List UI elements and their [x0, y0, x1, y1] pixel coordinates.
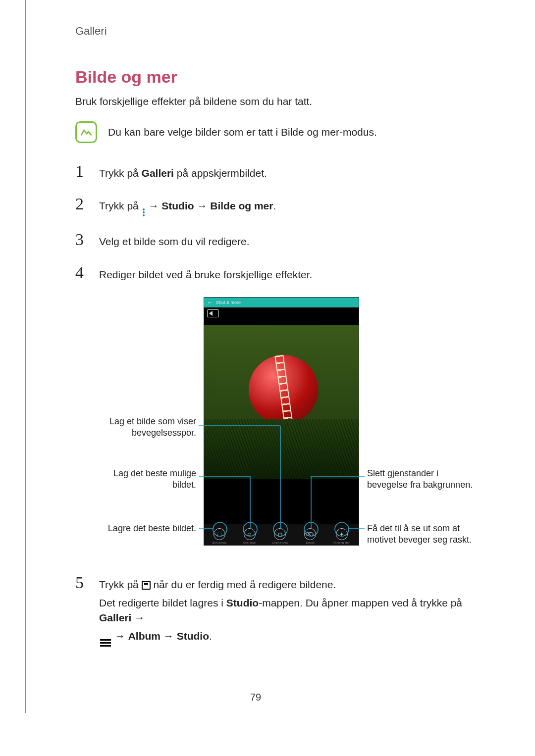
phone-spacer — [204, 479, 359, 524]
more-icon — [142, 208, 146, 216]
page-number: 79 — [26, 692, 485, 703]
arrow: → — [131, 612, 145, 623]
phone-title: Shot & more — [216, 300, 241, 305]
phone-screenshot: ← Shot & more ⬚Best photo ☺Best face ◻Dr… — [204, 297, 359, 546]
step-bold: Studio — [177, 630, 209, 642]
tool-label: Drama shot — [272, 541, 288, 544]
save-icon — [142, 581, 151, 590]
drama-shot-icon: ◻ — [274, 528, 286, 540]
tool-drama-shot: ◻Drama shot — [272, 528, 288, 544]
tool-label: Eraser — [306, 541, 315, 544]
intro-text: Bruk forskjellige effekter på bildene so… — [75, 96, 485, 107]
step-4: 4 Rediger bildet ved å bruke forskjellig… — [75, 264, 485, 282]
step-number: 4 — [75, 264, 89, 281]
step-5: 5 Trykk på når du er ferdig med å redige… — [75, 574, 485, 646]
step-text: Trykk på — [99, 579, 142, 590]
note-icon — [75, 121, 97, 143]
page-header: Galleri — [75, 25, 485, 38]
step-text: Det redigerte bildet lagres i — [99, 597, 226, 608]
tool-best-face: ☺Best face — [243, 528, 256, 544]
tool-panning-shot: ✦Panning shot — [333, 528, 350, 544]
arrow: → — [146, 200, 162, 211]
step-bold: Bilde og mer — [210, 200, 273, 211]
nav-chip-icon — [207, 309, 219, 317]
panning-shot-icon: ✦ — [336, 528, 348, 540]
arrow: → — [112, 630, 128, 642]
callout-right-1: Slett gjenstander i bevegelse fra bakgru… — [367, 468, 476, 490]
phone-subheader — [204, 307, 359, 325]
callout-left-2: Lag det beste mulige bildet. — [90, 468, 196, 490]
best-face-icon: ☺ — [244, 528, 256, 540]
step-text: -mappen. Du åpner mappen ved å trykke på — [259, 597, 462, 608]
tool-eraser: ⌦Eraser — [304, 528, 316, 544]
step-1: 1 Trykk på Galleri på appskjermbildet. — [75, 163, 485, 181]
step-bold: Galleri — [99, 612, 131, 623]
arrow: → — [194, 200, 211, 211]
callout-left-1: Lag et bilde som viser bevegelsesspor. — [90, 416, 196, 438]
cricket-ball — [249, 355, 318, 424]
step-2: 2 Trykk på → Studio → Bilde og mer. — [75, 196, 485, 216]
phone-titlebar: ← Shot & more — [204, 298, 359, 307]
back-icon: ← — [207, 299, 213, 306]
arrow: → — [160, 630, 177, 642]
step-3: 3 Velg et bilde som du vil redigere. — [75, 231, 485, 249]
tool-label: Panning shot — [333, 541, 350, 544]
callout-left-3: Lagre det beste bildet. — [90, 523, 196, 534]
step-number: 1 — [75, 163, 89, 180]
phone-image — [204, 325, 359, 479]
step-text: Trykk på — [99, 200, 142, 211]
eraser-icon: ⌦ — [304, 528, 316, 540]
step-text: . — [273, 200, 276, 211]
phone-toolbar: ⬚Best photo ☺Best face ◻Drama shot ⌦Eras… — [204, 524, 359, 545]
step-bold: Studio — [226, 597, 259, 608]
callout-right-2: Få det til å se ut som at motivet bevege… — [367, 523, 476, 545]
tool-best-photo: ⬚Best photo — [213, 528, 227, 544]
step-number: 5 — [75, 574, 89, 591]
step-number: 2 — [75, 196, 89, 212]
tool-label: Best face — [243, 541, 256, 544]
step-text: . — [209, 630, 212, 642]
step-bold: Studio — [161, 200, 194, 211]
tool-label: Best photo — [213, 541, 227, 544]
step-text: når du er ferdig med å redigere bildene. — [151, 579, 336, 590]
note-text: Du kan bare velge bilder som er tatt i B… — [108, 126, 377, 138]
step-text: Rediger bildet ved å bruke forskjellige … — [99, 267, 485, 282]
step-bold: Galleri — [142, 167, 174, 179]
grass — [204, 419, 359, 479]
step-text: på appskjermbildet. — [174, 167, 267, 179]
menu-icon — [99, 639, 112, 647]
section-title: Bilde og mer — [75, 67, 485, 87]
step-bold: Album — [128, 630, 160, 642]
step-text: Trykk på — [99, 167, 142, 179]
note-box: Du kan bare velge bilder som er tatt i B… — [75, 121, 485, 143]
diagram: ← Shot & more ⬚Best photo ☺Best face ◻Dr… — [90, 297, 471, 554]
step-text: Velg et bilde som du vil redigere. — [99, 234, 485, 249]
best-photo-icon: ⬚ — [214, 528, 225, 540]
step-number: 3 — [75, 231, 89, 248]
